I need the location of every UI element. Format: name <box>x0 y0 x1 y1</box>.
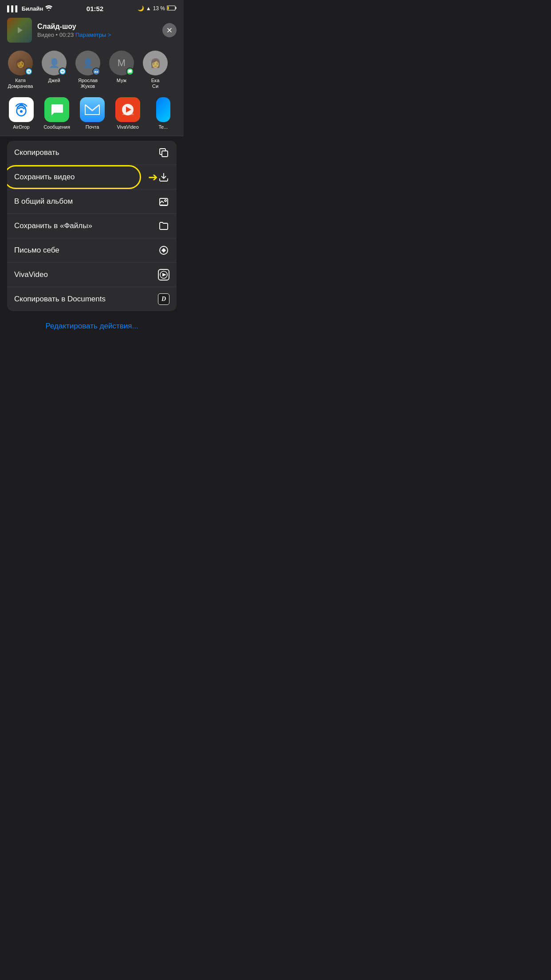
app-name: Te... <box>159 124 168 130</box>
carrier-signal: ▌▌▌ Билайн <box>7 5 52 12</box>
status-bar: ▌▌▌ Билайн 01:52 🌙 ▲ 13 % <box>0 0 184 16</box>
copy-icon <box>158 147 169 158</box>
action-save-files[interactable]: Сохранить в «Файлы» <box>7 214 177 238</box>
wifi-icon <box>45 5 52 12</box>
action-vivavideo[interactable]: VivaVideo <box>7 263 177 287</box>
mail-self-icon <box>158 245 169 256</box>
action-shared-album[interactable]: В общий альбом <box>7 190 177 214</box>
app-name: VivaVideo <box>117 124 138 130</box>
save-video-icon <box>158 171 169 183</box>
action-documents[interactable]: Скопировать в Documents D <box>7 287 177 311</box>
moon-icon: 🌙 <box>138 5 144 12</box>
app-item-partial[interactable]: Te... <box>149 97 177 130</box>
badge-vk: вк <box>92 67 100 75</box>
album-icon <box>158 196 169 207</box>
action-label: В общий альбом <box>14 197 73 206</box>
badge-messages <box>126 67 134 75</box>
carrier-name: Билайн <box>22 5 43 12</box>
contact-item[interactable]: 👤 вк ЯрославЖуков <box>75 51 101 89</box>
action-label: Сохранить в «Файлы» <box>14 221 92 230</box>
contact-name: Джей <box>48 78 60 83</box>
contact-name: Муж <box>117 78 126 83</box>
params-link[interactable]: Параметры > <box>75 32 111 38</box>
contact-item[interactable]: 👩 ЕкаСи <box>142 51 169 89</box>
app-item-mail[interactable]: Почта <box>78 97 106 130</box>
mail-icon <box>80 97 105 122</box>
partial-app-icon <box>156 97 170 122</box>
badge-telegram <box>25 67 33 75</box>
app-item-messages[interactable]: Сообщения <box>43 97 71 130</box>
app-name: AirDrop <box>13 124 29 130</box>
contact-name: ЕкаСи <box>151 78 160 89</box>
vivavideo-icon <box>115 97 140 122</box>
avatar: 👩 <box>143 51 168 75</box>
location-icon: ▲ <box>146 5 151 12</box>
avatar: 👤 вк <box>75 51 100 75</box>
apps-row: AirDrop Сообщения Почта Vi <box>0 94 184 136</box>
contact-item[interactable]: 👩 КатяДомрачева <box>7 51 34 89</box>
badge-telegram <box>59 67 67 75</box>
app-name: Сообщения <box>43 124 70 130</box>
action-label: Скопировать в Documents <box>14 295 106 304</box>
status-right: 🌙 ▲ 13 % <box>138 5 177 12</box>
edit-actions[interactable]: Редактировать действия... <box>0 316 184 337</box>
action-label: VivaVideo <box>14 270 48 279</box>
action-list: Скопировать Сохранить видео ➔ В общий ал… <box>7 141 177 311</box>
slide-meta: Видео • 00:23 Параметры > <box>37 32 157 38</box>
avatar: M <box>109 51 134 75</box>
close-button[interactable] <box>162 23 177 37</box>
share-header: Слайд-шоу Видео • 00:23 Параметры > <box>0 16 184 46</box>
app-name: Почта <box>86 124 99 130</box>
slide-title: Слайд-шоу <box>37 23 157 31</box>
svg-rect-6 <box>162 151 168 157</box>
svg-rect-1 <box>176 7 177 9</box>
battery-icon <box>167 5 177 12</box>
action-label: Письмо себе <box>14 246 59 255</box>
svg-point-3 <box>20 110 23 113</box>
avatar: 👩 <box>8 51 33 75</box>
avatar: 👤 <box>42 51 67 75</box>
action-mail-self[interactable]: Письмо себе <box>7 238 177 263</box>
contact-name: КатяДомрачева <box>8 78 33 89</box>
contact-item[interactable]: 👤 Джей <box>41 51 67 89</box>
action-copy[interactable]: Скопировать <box>7 141 177 165</box>
edit-actions-label[interactable]: Редактировать действия... <box>45 322 138 330</box>
slide-type: Видео • 00:23 <box>37 32 75 38</box>
slide-thumbnail <box>7 18 32 43</box>
messages-icon <box>44 97 69 122</box>
vivavideo-list-icon <box>158 269 169 281</box>
action-save-video[interactable]: Сохранить видео ➔ <box>7 165 177 190</box>
documents-icon: D <box>158 293 169 305</box>
battery-percent: 13 % <box>153 5 165 12</box>
status-time: 01:52 <box>87 5 103 12</box>
contacts-row: 👩 КатяДомрачева 👤 Джей 👤 вк ЯрославЖуков… <box>0 46 184 94</box>
svg-point-9 <box>165 200 166 202</box>
app-item-vivavideo[interactable]: VivaVideo <box>114 97 142 130</box>
svg-rect-2 <box>168 6 169 9</box>
action-label: Скопировать <box>14 148 59 157</box>
airdrop-icon <box>9 97 34 122</box>
files-icon <box>158 220 169 232</box>
action-label: Сохранить видео <box>14 173 75 182</box>
contact-item[interactable]: M Муж <box>108 51 135 89</box>
slide-info: Слайд-шоу Видео • 00:23 Параметры > <box>37 23 157 38</box>
app-item-airdrop[interactable]: AirDrop <box>7 97 35 130</box>
contact-name: ЯрославЖуков <box>78 78 98 89</box>
signal-bars: ▌▌▌ <box>7 5 20 12</box>
